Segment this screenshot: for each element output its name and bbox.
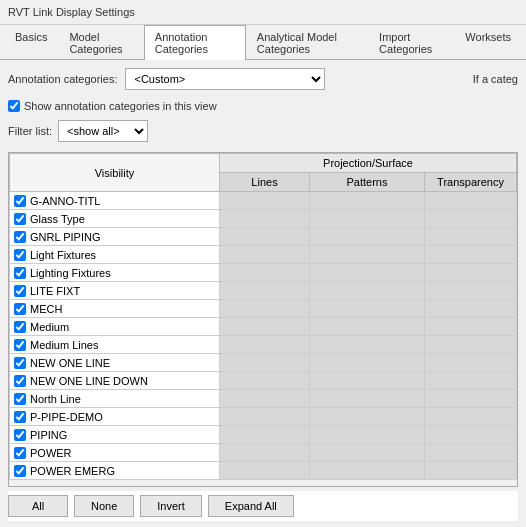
table-row: NEW ONE LINE DOWN bbox=[10, 372, 517, 390]
title-bar: RVT Link Display Settings bbox=[0, 0, 526, 25]
tab-worksets[interactable]: Worksets bbox=[454, 25, 522, 60]
row-label-6: MECH bbox=[30, 303, 62, 315]
row-label-5: LITE FIXT bbox=[30, 285, 80, 297]
row-checkbox-4[interactable] bbox=[14, 267, 26, 279]
row-label-1: Glass Type bbox=[30, 213, 85, 225]
row-label-7: Medium bbox=[30, 321, 69, 333]
table-row: P-PIPE-DEMO bbox=[10, 408, 517, 426]
table-header-row: Visibility Projection/Surface bbox=[10, 154, 517, 173]
tab-model-categories[interactable]: Model Categories bbox=[58, 25, 143, 60]
row-label-13: PIPING bbox=[30, 429, 67, 441]
row-checkbox-14[interactable] bbox=[14, 447, 26, 459]
tabs-bar: Basics Model Categories Annotation Categ… bbox=[0, 25, 526, 60]
table-row: Medium Lines bbox=[10, 336, 517, 354]
row-label-10: NEW ONE LINE DOWN bbox=[30, 375, 148, 387]
filter-label: Filter list: bbox=[8, 125, 52, 137]
table-row: PIPING bbox=[10, 426, 517, 444]
row-checkbox-0[interactable] bbox=[14, 195, 26, 207]
row-label-11: North Line bbox=[30, 393, 81, 405]
row-label-2: GNRL PIPING bbox=[30, 231, 101, 243]
expand-all-button[interactable]: Expand All bbox=[208, 495, 294, 517]
tab-analytical[interactable]: Analytical Model Categories bbox=[246, 25, 368, 60]
table-row: Light Fixtures bbox=[10, 246, 517, 264]
bottom-bar: All None Invert Expand All bbox=[8, 491, 518, 521]
show-annotation-checkbox[interactable] bbox=[8, 100, 20, 112]
table-row: Lighting Fixtures bbox=[10, 264, 517, 282]
header-proj-surface: Projection/Surface bbox=[220, 154, 517, 173]
if-categ-text: If a categ bbox=[473, 73, 518, 85]
row-label-12: P-PIPE-DEMO bbox=[30, 411, 103, 423]
tab-basics[interactable]: Basics bbox=[4, 25, 58, 60]
table-row: NEW ONE LINE bbox=[10, 354, 517, 372]
row-label-14: POWER bbox=[30, 447, 72, 459]
table-row: LITE FIXT bbox=[10, 282, 517, 300]
annotation-select[interactable]: <Custom> bbox=[125, 68, 325, 90]
header-lines: Lines bbox=[220, 173, 310, 192]
row-checkbox-3[interactable] bbox=[14, 249, 26, 261]
annotation-label: Annotation categories: bbox=[8, 73, 117, 85]
row-checkbox-12[interactable] bbox=[14, 411, 26, 423]
row-checkbox-10[interactable] bbox=[14, 375, 26, 387]
row-checkbox-1[interactable] bbox=[14, 213, 26, 225]
annotation-row: Annotation categories: <Custom> If a cat… bbox=[8, 68, 518, 90]
table-row: MECH bbox=[10, 300, 517, 318]
row-checkbox-6[interactable] bbox=[14, 303, 26, 315]
header-transparency: Transparency bbox=[425, 173, 517, 192]
table-row: POWER EMERG bbox=[10, 462, 517, 480]
row-label-8: Medium Lines bbox=[30, 339, 98, 351]
all-button[interactable]: All bbox=[8, 495, 68, 517]
row-label-15: POWER EMERG bbox=[30, 465, 115, 477]
table-row: Medium bbox=[10, 318, 517, 336]
table-row: GNRL PIPING bbox=[10, 228, 517, 246]
title-text: RVT Link Display Settings bbox=[8, 6, 135, 18]
row-label-3: Light Fixtures bbox=[30, 249, 96, 261]
header-patterns: Patterns bbox=[310, 173, 425, 192]
table-container: Visibility Projection/Surface Lines Patt… bbox=[8, 152, 518, 487]
table-row: POWER bbox=[10, 444, 517, 462]
filter-select[interactable]: <show all> bbox=[58, 120, 148, 142]
tab-annotation-categories[interactable]: Annotation Categories bbox=[144, 25, 246, 60]
filter-row: Filter list: <show all> bbox=[8, 120, 518, 142]
row-checkbox-5[interactable] bbox=[14, 285, 26, 297]
row-checkbox-9[interactable] bbox=[14, 357, 26, 369]
none-button[interactable]: None bbox=[74, 495, 134, 517]
table-row: G-ANNO-TITL bbox=[10, 192, 517, 210]
show-annotation-label: Show annotation categories in this view bbox=[24, 100, 217, 112]
table-row: North Line bbox=[10, 390, 517, 408]
table-row: Glass Type bbox=[10, 210, 517, 228]
row-checkbox-7[interactable] bbox=[14, 321, 26, 333]
header-visibility: Visibility bbox=[10, 154, 220, 192]
main-content: Annotation categories: <Custom> If a cat… bbox=[0, 60, 526, 527]
row-label-9: NEW ONE LINE bbox=[30, 357, 110, 369]
row-label-4: Lighting Fixtures bbox=[30, 267, 111, 279]
row-checkbox-11[interactable] bbox=[14, 393, 26, 405]
tab-import[interactable]: Import Categories bbox=[368, 25, 454, 60]
row-checkbox-15[interactable] bbox=[14, 465, 26, 477]
invert-button[interactable]: Invert bbox=[140, 495, 202, 517]
row-checkbox-2[interactable] bbox=[14, 231, 26, 243]
row-label-0: G-ANNO-TITL bbox=[30, 195, 100, 207]
show-checkbox-row: Show annotation categories in this view bbox=[8, 100, 518, 112]
row-checkbox-13[interactable] bbox=[14, 429, 26, 441]
row-checkbox-8[interactable] bbox=[14, 339, 26, 351]
